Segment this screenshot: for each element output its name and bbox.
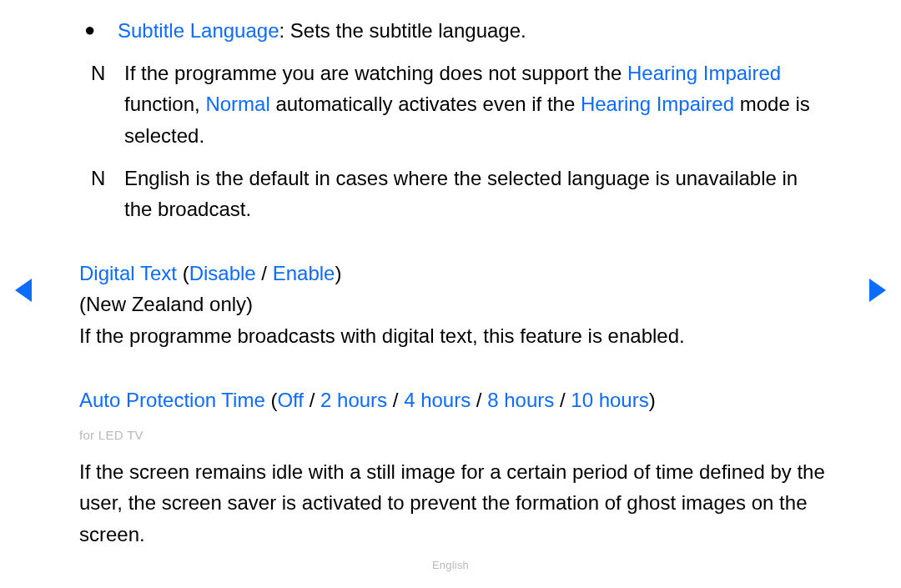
subtitle-language-desc: : Sets the subtitle language. [279, 19, 526, 42]
page-content: ● Subtitle Language: Sets the subtitle l… [79, 15, 826, 550]
note-marker: N [89, 163, 124, 224]
subtitle-language-label: Subtitle Language [118, 19, 279, 42]
footer-language: English [0, 559, 901, 571]
auto-protection-section: Auto Protection Time (Off / 2 hours / 4 … [79, 384, 826, 550]
note-item: NEnglish is the default in cases where t… [89, 163, 826, 224]
note-marker: N [89, 58, 124, 151]
subtitle-language-item: ● Subtitle Language: Sets the subtitle l… [79, 15, 826, 46]
auto-protection-option: Off [277, 389, 304, 411]
bullet-icon: ● [79, 15, 118, 46]
notes-list: NIf the programme you are watching does … [89, 58, 826, 224]
nav-next-icon[interactable] [869, 279, 886, 302]
auto-protection-heading: Auto Protection Time (Off / 2 hours / 4 … [79, 384, 826, 415]
digital-text-section: Digital Text (Disable / Enable) (New Zea… [79, 258, 826, 351]
digital-text-desc: If the programme broadcasts with digital… [79, 320, 826, 351]
auto-protection-subnote: for LED TV [79, 425, 826, 445]
note-item: NIf the programme you are watching does … [89, 58, 826, 151]
auto-protection-option: 8 hours [487, 389, 554, 411]
digital-text-label: Digital Text [79, 262, 177, 284]
note-text: English is the default in cases where th… [124, 163, 826, 224]
auto-protection-option: 4 hours [404, 389, 471, 411]
digital-text-region: (New Zealand only) [79, 289, 826, 319]
auto-protection-desc: If the screen remains idle with a still … [79, 456, 826, 550]
auto-protection-option: 10 hours [571, 389, 648, 411]
auto-protection-label: Auto Protection Time [79, 389, 265, 411]
auto-protection-option: 2 hours [320, 389, 387, 411]
subtitle-language-text: Subtitle Language: Sets the subtitle lan… [118, 15, 526, 46]
digital-text-heading: Digital Text (Disable / Enable) [79, 258, 826, 289]
nav-prev-icon[interactable] [15, 279, 32, 302]
digital-text-opt-enable: Enable [273, 262, 335, 284]
digital-text-opt-disable: Disable [189, 262, 256, 284]
note-text: If the programme you are watching does n… [124, 58, 826, 151]
